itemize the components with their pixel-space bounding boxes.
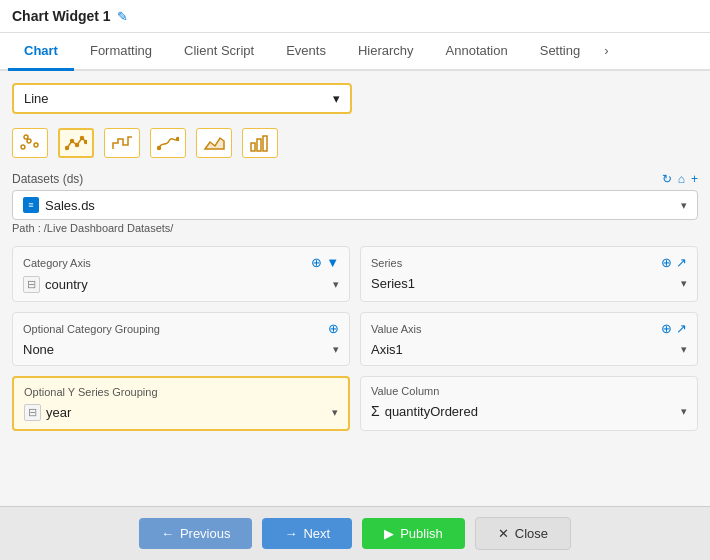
svg-point-3 [24, 135, 28, 139]
axes-grid-1: Category Axis ⊕ ▼ ⊟ country ▾ [12, 246, 698, 302]
series-block: Series ⊕ ↗ Series1 ▾ [360, 246, 698, 302]
tab-hierarchy[interactable]: Hierarchy [342, 33, 430, 71]
chart-type-chevron: ▾ [333, 91, 340, 106]
next-label: Next [303, 526, 330, 541]
svg-point-2 [34, 143, 38, 147]
optional-category-label: Optional Category Grouping [23, 323, 160, 335]
series-select[interactable]: Series1 ▾ [371, 276, 687, 291]
category-axis-group-icon[interactable]: ⊕ [311, 255, 322, 270]
value-column-sigma-icon: Σ [371, 403, 380, 419]
svg-point-7 [81, 137, 84, 140]
edit-title-icon[interactable]: ✎ [117, 9, 128, 24]
dataset-path: Path : /Live Dashboard Datasets/ [12, 220, 698, 236]
publish-button[interactable]: ▶ Publish [362, 518, 465, 549]
refresh-icon[interactable]: ↻ [662, 172, 672, 186]
category-axis-chevron: ▾ [333, 278, 339, 291]
svg-point-0 [21, 145, 25, 149]
widget-window: Chart Widget 1 ✎ Chart Formatting Client… [0, 0, 710, 560]
category-axis-value: country [45, 277, 88, 292]
series-label: Series [371, 257, 402, 269]
footer: ← Previous → Next ▶ Publish ✕ Close [0, 506, 710, 560]
optional-category-select[interactable]: None ▾ [23, 342, 339, 357]
prev-arrow: ← [161, 526, 174, 541]
tab-annotation[interactable]: Annotation [430, 33, 524, 71]
close-button[interactable]: ✕ Close [475, 517, 571, 550]
axes-grid-3: Optional Y Series Grouping ⊟ year ▾ Valu… [12, 376, 698, 431]
optional-category-icon[interactable]: ⊕ [328, 321, 339, 336]
value-axis-value: Axis1 [371, 342, 403, 357]
value-axis-chevron: ▾ [681, 343, 687, 356]
scatter-chart-icon[interactable] [12, 128, 48, 158]
chart-type-dropdown[interactable]: Line ▾ [12, 83, 352, 114]
tab-bar: Chart Formatting Client Script Events Hi… [0, 33, 710, 71]
tab-setting[interactable]: Setting [524, 33, 596, 71]
home-icon[interactable]: ⌂ [678, 172, 685, 186]
dataset-chevron: ▾ [681, 199, 687, 212]
category-axis-filter-icon[interactable]: ▼ [326, 255, 339, 270]
svg-point-1 [27, 139, 31, 143]
main-content: Line ▾ [0, 71, 710, 506]
chart-icon-row [12, 124, 698, 162]
tab-events[interactable]: Events [270, 33, 342, 71]
optional-category-block: Optional Category Grouping ⊕ None ▾ [12, 312, 350, 366]
svg-point-4 [66, 147, 69, 150]
svg-point-9 [158, 147, 161, 150]
line-chart-icon[interactable] [58, 128, 94, 158]
y-series-field-icon: ⊟ [24, 404, 41, 421]
category-field-icon: ⊟ [23, 276, 40, 293]
category-axis-block: Category Axis ⊕ ▼ ⊟ country ▾ [12, 246, 350, 302]
optional-category-value: None [23, 342, 54, 357]
value-axis-arrow-icon[interactable]: ↗ [676, 321, 687, 336]
area-chart-icon[interactable] [196, 128, 232, 158]
value-axis-select[interactable]: Axis1 ▾ [371, 342, 687, 357]
optional-y-series-value: year [46, 405, 71, 420]
add-dataset-icon[interactable]: + [691, 172, 698, 186]
tab-chart[interactable]: Chart [8, 33, 74, 71]
value-axis-add-icon[interactable]: ⊕ [661, 321, 672, 336]
bar-chart-icon[interactable] [242, 128, 278, 158]
svg-point-5 [71, 140, 74, 143]
series-value: Series1 [371, 276, 415, 291]
previous-button[interactable]: ← Previous [139, 518, 253, 549]
svg-rect-11 [251, 143, 255, 151]
series-chevron: ▾ [681, 277, 687, 290]
close-label: Close [515, 526, 548, 541]
value-column-value: quantityOrdered [385, 404, 478, 419]
prev-label: Previous [180, 526, 231, 541]
dataset-name: Sales.ds [45, 198, 95, 213]
value-column-label: Value Column [371, 385, 439, 397]
datasets-label: Datasets (ds) ↻ ⌂ + [12, 172, 698, 186]
next-arrow: → [284, 526, 297, 541]
value-axis-block: Value Axis ⊕ ↗ Axis1 ▾ [360, 312, 698, 366]
value-column-select[interactable]: Σ quantityOrdered ▾ [371, 403, 687, 419]
value-column-block: Value Column Σ quantityOrdered ▾ [360, 376, 698, 431]
category-axis-label: Category Axis [23, 257, 91, 269]
spline-chart-icon[interactable] [150, 128, 186, 158]
category-axis-select[interactable]: ⊟ country ▾ [23, 276, 339, 293]
chart-type-value: Line [24, 91, 49, 106]
svg-point-8 [85, 141, 88, 144]
publish-label: Publish [400, 526, 443, 541]
svg-rect-13 [263, 136, 267, 151]
tab-client-script[interactable]: Client Script [168, 33, 270, 71]
tabs-more[interactable]: › [596, 33, 616, 69]
svg-point-10 [177, 138, 180, 141]
dataset-icon: ≡ [23, 197, 39, 213]
next-button[interactable]: → Next [262, 518, 352, 549]
value-axis-label: Value Axis [371, 323, 422, 335]
series-add-icon[interactable]: ⊕ [661, 255, 672, 270]
dataset-row[interactable]: ≡ Sales.ds ▾ [12, 190, 698, 220]
optional-y-series-label: Optional Y Series Grouping [24, 386, 158, 398]
datasets-section: Datasets (ds) ↻ ⌂ + ≡ Sales.ds ▾ Path : … [12, 172, 698, 236]
close-x: ✕ [498, 526, 509, 541]
optional-y-series-block: Optional Y Series Grouping ⊟ year ▾ [12, 376, 350, 431]
publish-arrow: ▶ [384, 526, 394, 541]
title-bar: Chart Widget 1 ✎ [0, 0, 710, 33]
datasets-actions: ↻ ⌂ + [662, 172, 698, 186]
svg-rect-12 [257, 139, 261, 151]
tab-formatting[interactable]: Formatting [74, 33, 168, 71]
optional-category-chevron: ▾ [333, 343, 339, 356]
optional-y-series-select[interactable]: ⊟ year ▾ [24, 404, 338, 421]
step-chart-icon[interactable] [104, 128, 140, 158]
series-filter-icon[interactable]: ↗ [676, 255, 687, 270]
